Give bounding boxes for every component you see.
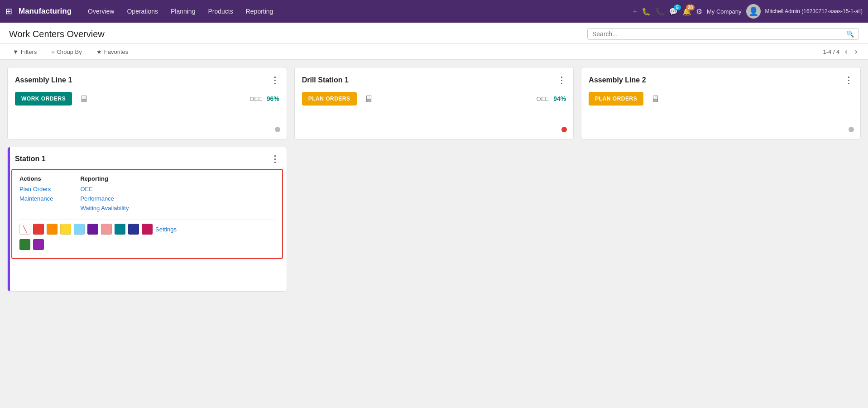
card-title-3: Assembly Line 2 (589, 76, 646, 84)
filters-label: Filters (21, 48, 37, 55)
search-container: 🔍 (587, 28, 859, 40)
card-header-1: Assembly Line 1 ⋮ (15, 75, 279, 86)
pager-count: 1-4 / 4 (823, 48, 839, 55)
color-swatch-yellow[interactable] (60, 224, 71, 235)
grid-icon[interactable]: ⊞ (5, 6, 12, 16)
oee-label-1: OEE (249, 96, 262, 102)
nav-overview[interactable]: Overview (82, 5, 120, 18)
card-footer-3 (849, 126, 854, 134)
station-menu-btn[interactable]: ⋮ (270, 154, 279, 164)
monitor-icon-2[interactable]: 🖥 (364, 94, 373, 104)
oee-section-2: OEE 94% (537, 95, 566, 102)
activity-badge: 28 (686, 5, 695, 10)
cards-grid: Assembly Line 1 ⋮ WORK ORDERS 🖥 OEE 96% … (7, 67, 861, 139)
card-menu-btn-3[interactable]: ⋮ (844, 75, 853, 86)
empty-card-3 (581, 147, 861, 292)
filter-row: ▼ Filters ≡ Group By ★ Favorites 1-4 / 4… (0, 44, 868, 60)
search-icon[interactable]: 🔍 (846, 30, 854, 38)
work-orders-button[interactable]: WORK ORDERS (15, 92, 72, 106)
color-swatch-purple-dark[interactable] (87, 224, 98, 235)
monitor-icon-3[interactable]: 🖥 (651, 94, 660, 104)
nav-reporting[interactable]: Reporting (240, 5, 279, 18)
filters-button[interactable]: ▼ Filters (9, 47, 40, 57)
reporting-performance[interactable]: Performance (80, 195, 129, 202)
topnav: ⊞ Manufacturing Overview Operations Plan… (0, 0, 868, 23)
page-header: Work Centers Overview 🔍 (0, 23, 868, 44)
filter-left: ▼ Filters ≡ Group By ★ Favorites (9, 47, 132, 57)
chat-icon[interactable]: 💬 5 (669, 7, 678, 16)
chat-badge: 5 (674, 5, 681, 10)
reporting-waiting[interactable]: Waiting Availability (80, 205, 129, 211)
debug-icon[interactable]: 🐛 (642, 7, 651, 16)
station-title: Station 1 (15, 155, 46, 163)
color-swatch-salmon[interactable] (101, 224, 112, 235)
bottom-row: Station 1 ⋮ Actions Plan Orders Maintena… (7, 147, 861, 292)
page-title-row: Work Centers Overview 🔍 (9, 28, 859, 40)
station-dropdown: Actions Plan Orders Maintenance Reportin… (11, 169, 283, 259)
color-swatch-violet[interactable] (33, 239, 44, 250)
star-icon: ★ (96, 48, 102, 55)
reporting-oee[interactable]: OEE (80, 186, 129, 192)
color-swatch-clear[interactable]: ╲ (19, 224, 30, 235)
plan-orders-button-3[interactable]: PLAN ORDERS (589, 92, 643, 106)
search-input[interactable] (592, 30, 843, 38)
card-drill-station-1: Drill Station 1 ⋮ PLAN ORDERS 🖥 OEE 94% (294, 67, 574, 139)
station-1-card: Station 1 ⋮ Actions Plan Orders Maintena… (7, 147, 287, 292)
nav-operations[interactable]: Operations (121, 5, 163, 18)
settings-icon[interactable]: ⚙ (696, 7, 702, 16)
card-header-3: Assembly Line 2 ⋮ (589, 75, 853, 86)
dropdown-columns: Actions Plan Orders Maintenance Reportin… (19, 175, 275, 214)
card-menu-btn-1[interactable]: ⋮ (270, 75, 279, 86)
color-swatch-green[interactable] (19, 239, 30, 250)
dropdown-reporting-col: Reporting OEE Performance Waiting Availa… (80, 175, 129, 214)
reporting-title: Reporting (80, 175, 129, 182)
oee-section-1: OEE 96% (249, 95, 279, 102)
group-by-button[interactable]: ≡ Group By (48, 47, 86, 57)
status-dot-3 (849, 127, 854, 132)
color-swatch-red[interactable] (33, 224, 44, 235)
station-accent (8, 147, 10, 291)
oee-value-2: 94% (553, 95, 566, 102)
settings-link[interactable]: Settings (155, 226, 177, 233)
color-swatch-lightblue[interactable] (74, 224, 85, 235)
oee-label-2: OEE (537, 96, 549, 102)
card-assembly-line-1: Assembly Line 1 ⋮ WORK ORDERS 🖥 OEE 96% (7, 67, 287, 139)
filter-right: 1-4 / 4 ‹ › (823, 47, 859, 57)
company-name[interactable]: My Company (707, 8, 742, 15)
status-dot-1 (275, 127, 280, 132)
group-by-icon: ≡ (51, 48, 55, 55)
main-content: Assembly Line 1 ⋮ WORK ORDERS 🖥 OEE 96% … (0, 60, 868, 408)
card-title-2: Drill Station 1 (302, 76, 349, 84)
status-dot-2 (561, 127, 567, 132)
add-button[interactable]: + (633, 7, 637, 15)
favorites-button[interactable]: ★ Favorites (93, 47, 132, 57)
color-swatch-pink[interactable] (142, 224, 153, 235)
topnav-right: + 🐛 📞 💬 5 🔔 28 ⚙ My Company 👤 Mitchell A… (633, 4, 863, 19)
nav-planning[interactable]: Planning (165, 5, 201, 18)
color-swatch-orange[interactable] (47, 224, 58, 235)
card-title-1: Assembly Line 1 (15, 76, 72, 84)
dropdown-divider (19, 220, 275, 220)
card-assembly-line-2: Assembly Line 2 ⋮ PLAN ORDERS 🖥 (581, 67, 861, 139)
empty-card-2 (294, 147, 574, 292)
activity-icon[interactable]: 🔔 28 (682, 7, 691, 16)
card-header-2: Drill Station 1 ⋮ (302, 75, 566, 86)
action-maintenance[interactable]: Maintenance (19, 195, 53, 202)
avatar[interactable]: 👤 (746, 4, 761, 19)
card-menu-btn-2[interactable]: ⋮ (557, 75, 566, 86)
station-header: Station 1 ⋮ (8, 147, 287, 169)
card-footer-2 (561, 126, 567, 134)
color-swatch-navy[interactable] (128, 224, 139, 235)
phone-icon[interactable]: 📞 (655, 7, 664, 16)
plan-orders-button-2[interactable]: PLAN ORDERS (302, 92, 357, 106)
pager-next[interactable]: › (853, 47, 859, 57)
monitor-icon-1[interactable]: 🖥 (79, 94, 88, 104)
color-row-1: ╲ Settings (19, 224, 177, 235)
action-plan-orders[interactable]: Plan Orders (19, 186, 53, 192)
app-brand: Manufacturing (19, 7, 72, 16)
pager-prev[interactable]: ‹ (843, 47, 849, 57)
username[interactable]: Mitchell Admin (16230712-saas-15-1-all) (765, 8, 863, 14)
nav-products[interactable]: Products (202, 5, 238, 18)
color-swatch-teal[interactable] (115, 224, 125, 235)
dropdown-actions-col: Actions Plan Orders Maintenance (19, 175, 53, 214)
